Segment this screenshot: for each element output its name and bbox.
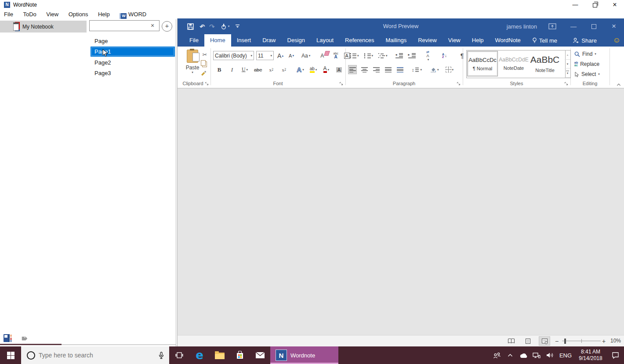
clear-formatting-button[interactable]: A: [318, 51, 329, 60]
tab-view[interactable]: View: [443, 34, 466, 47]
font-size-select[interactable]: 11▾: [256, 51, 274, 60]
replace-button[interactable]: abac Replace: [574, 61, 599, 67]
font-color-button[interactable]: A: [322, 65, 330, 74]
bullets-button[interactable]: [349, 51, 360, 60]
style-notedate[interactable]: AaBbCcDdE NoteDate: [498, 51, 529, 76]
page-item[interactable]: Page: [94, 38, 108, 44]
borders-button[interactable]: [445, 65, 455, 74]
page-item[interactable]: Page3: [94, 70, 111, 76]
font-dialog-launcher[interactable]: [339, 82, 344, 86]
style-normal[interactable]: AaBbCcDc ¶ Normal: [467, 51, 498, 76]
menu-item-file[interactable]: File: [0, 10, 17, 19]
redo-button[interactable]: ↷: [209, 23, 215, 30]
styles-scroll-down[interactable]: ▾: [565, 60, 570, 69]
multilevel-list-button[interactable]: [377, 51, 388, 60]
notebook-button[interactable]: My Notebook: [0, 21, 87, 32]
find-dropdown-icon[interactable]: ▾: [595, 52, 596, 56]
zoom-level[interactable]: 10%: [610, 338, 621, 344]
change-case-button[interactable]: Aa: [301, 51, 311, 60]
tab-home[interactable]: Home: [204, 34, 231, 47]
onedrive-icon[interactable]: [517, 353, 530, 358]
word-minimize-button[interactable]: —: [563, 18, 584, 34]
microphone-icon[interactable]: [159, 352, 164, 359]
phonetic-guide-button[interactable]: abcA: [331, 51, 340, 60]
tab-references[interactable]: References: [339, 34, 380, 47]
undo-button[interactable]: ↶▾: [200, 23, 203, 30]
clear-search-button[interactable]: ×: [149, 21, 156, 30]
language-indicator[interactable]: ENG: [556, 352, 575, 359]
paste-dropdown-icon[interactable]: ▾: [192, 71, 193, 74]
sort-button[interactable]: AZ ↓: [440, 51, 449, 60]
clock[interactable]: 8:41 AM 9/14/2018: [575, 349, 606, 362]
restore-button[interactable]: [589, 0, 601, 10]
menu-item-view[interactable]: View: [42, 10, 62, 19]
customize-qat-icon[interactable]: [235, 24, 240, 29]
taskbar-search-input[interactable]: [35, 351, 159, 359]
menu-item-options[interactable]: Options: [65, 10, 92, 19]
ribbon-display-options-icon[interactable]: [548, 23, 556, 29]
network-icon[interactable]: [530, 352, 543, 359]
shading-button[interactable]: [429, 65, 440, 74]
superscript-button[interactable]: x2: [279, 65, 288, 74]
user-name[interactable]: james linton: [507, 23, 537, 30]
shrink-font-button[interactable]: A: [287, 51, 296, 60]
tab-insert[interactable]: Insert: [231, 34, 257, 47]
taskbar-search[interactable]: [21, 346, 169, 364]
tray-chevron-up-icon[interactable]: [504, 353, 517, 357]
select-button[interactable]: Select ▾: [574, 71, 600, 77]
show-hide-button[interactable]: ¶: [458, 51, 467, 60]
touch-mode-dropdown-icon[interactable]: ▾: [228, 25, 230, 28]
tell-me-box[interactable]: Tell me: [526, 34, 563, 47]
word-close-button[interactable]: ×: [604, 18, 624, 34]
highlight-button[interactable]: ab: [309, 65, 318, 74]
tab-file[interactable]: File: [184, 34, 204, 47]
character-shading-button[interactable]: A: [334, 65, 343, 74]
copy-button[interactable]: [201, 60, 206, 66]
align-left-button[interactable]: [348, 65, 357, 74]
tab-mailings[interactable]: Mailings: [380, 34, 413, 47]
tab-layout[interactable]: Layout: [311, 34, 339, 47]
styles-more-button[interactable]: ▾: [565, 68, 570, 78]
styles-scroll-up[interactable]: ▴: [565, 50, 570, 60]
tag-icon[interactable]: [20, 335, 27, 342]
volume-icon[interactable]: [543, 352, 556, 358]
line-spacing-button[interactable]: ↕: [411, 65, 423, 74]
increase-indent-button[interactable]: [407, 51, 417, 60]
touch-mode-button[interactable]: ▾: [221, 23, 230, 30]
find-button[interactable]: Find ▾: [574, 51, 596, 57]
task-view-button[interactable]: [169, 346, 189, 364]
underline-button[interactable]: U: [240, 65, 249, 74]
styles-dialog-launcher[interactable]: [564, 82, 569, 86]
font-name-select[interactable]: Calibri (Body)▾: [213, 51, 254, 60]
tab-draw[interactable]: Draw: [257, 34, 281, 47]
tab-design[interactable]: Design: [282, 34, 311, 47]
read-mode-button[interactable]: [505, 336, 517, 346]
subscript-button[interactable]: x2: [267, 65, 276, 74]
taskbar-wordnote-active[interactable]: N Wordnote: [270, 346, 338, 364]
tab-wordnote[interactable]: WordNote: [490, 34, 526, 47]
start-button[interactable]: [0, 346, 21, 364]
menu-item-help[interactable]: Help: [94, 10, 114, 19]
menu-item-todo[interactable]: ToDo: [19, 10, 40, 19]
align-right-button[interactable]: [372, 65, 381, 74]
people-icon[interactable]: [490, 352, 504, 359]
feedback-smiley-button[interactable]: ☺: [613, 34, 620, 47]
save-icon[interactable]: [187, 23, 194, 30]
paragraph-dialog-launcher[interactable]: [457, 82, 461, 86]
paste-button[interactable]: Paste ▾: [182, 49, 203, 79]
taskbar-store[interactable]: [230, 346, 250, 364]
grow-font-button[interactable]: A: [276, 51, 285, 60]
web-layout-button[interactable]: [539, 336, 550, 346]
asian-layout-button[interactable]: ⇄A: [424, 51, 432, 60]
tab-help[interactable]: Help: [466, 34, 490, 47]
word-maximize-button[interactable]: [584, 18, 604, 34]
format-painter-button[interactable]: [200, 70, 207, 76]
numbering-button[interactable]: [363, 51, 374, 60]
zoom-in-button[interactable]: +: [602, 338, 606, 345]
taskbar-mail[interactable]: [250, 346, 270, 364]
undo-dropdown-icon[interactable]: ▾: [202, 25, 204, 28]
zoom-slider-thumb[interactable]: [564, 339, 566, 344]
bold-button[interactable]: B: [215, 65, 224, 74]
taskbar-edge[interactable]: e: [189, 346, 210, 364]
clipboard-dialog-launcher[interactable]: [205, 82, 209, 86]
